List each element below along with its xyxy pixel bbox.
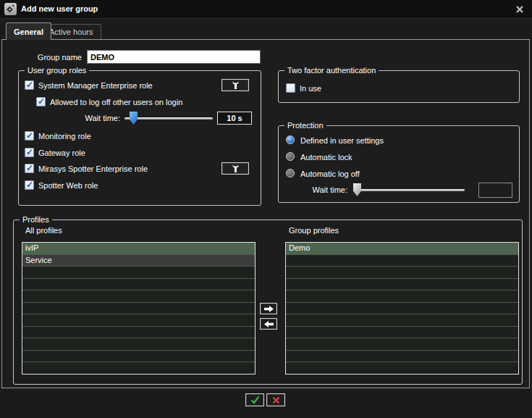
wrench-icon (232, 164, 240, 173)
dialog-title: Add new user group (21, 4, 98, 13)
all-profiles-list[interactable]: ivIP Service (22, 242, 256, 375)
mirasys-spotter-role-label: Mirasys Spotter Enterprise role (38, 164, 148, 173)
protection-auto-logoff-radio[interactable] (286, 169, 295, 177)
list-item[interactable] (286, 338, 518, 351)
roles-wait-time-slider-handle[interactable] (130, 112, 138, 125)
two-factor-legend: Two factor authentication (284, 66, 379, 75)
profiles-groupbox: Profiles All profiles ivIP Service Group… (13, 220, 523, 385)
list-item[interactable] (286, 362, 518, 375)
group-name-label: Group name (2, 53, 82, 62)
profiles-legend: Profiles (20, 215, 52, 224)
mirasys-spotter-role-checkbox[interactable] (25, 164, 34, 173)
spotter-web-role-label: Spotter Web role (38, 181, 98, 190)
two-factor-in-use-checkbox[interactable] (286, 83, 295, 93)
list-item[interactable] (286, 279, 518, 291)
title-bar: Add new user group (0, 0, 532, 19)
list-item[interactable] (22, 303, 255, 315)
list-item[interactable] (22, 351, 255, 363)
list-item[interactable]: Demo (286, 243, 518, 255)
allow-logoff-checkbox[interactable] (36, 97, 46, 106)
group-profiles-label: Group profiles (289, 226, 339, 235)
close-icon[interactable] (515, 4, 525, 14)
gateway-role-checkbox[interactable] (25, 148, 34, 157)
list-item[interactable] (22, 279, 255, 291)
remove-profile-button[interactable] (260, 318, 277, 330)
list-item[interactable] (286, 267, 518, 279)
x-icon (272, 396, 280, 404)
user-group-roles-legend: User group roles (25, 66, 89, 75)
add-user-group-dialog: Add new user group General Active hours … (0, 0, 532, 418)
roles-wait-time-value: 10 s (217, 112, 252, 125)
list-item[interactable] (286, 327, 518, 339)
protection-wait-time-value (478, 183, 512, 198)
monitoring-role-label: Monitoring role (38, 132, 91, 141)
protection-wait-time-label: Wait time: (293, 185, 347, 194)
spotter-web-role-checkbox[interactable] (25, 180, 34, 190)
protection-legend: Protection (284, 121, 326, 130)
list-item[interactable] (22, 267, 255, 279)
protection-groupbox: Protection Defined in user settings Auto… (278, 125, 520, 203)
protection-wait-time-slider-handle[interactable] (353, 183, 361, 196)
list-item[interactable] (286, 314, 518, 327)
general-tab-panel: Group name User group roles System Manag… (1, 39, 530, 388)
roles-wait-time-slider[interactable] (124, 117, 213, 120)
list-item[interactable] (286, 290, 518, 303)
list-item[interactable] (286, 351, 518, 363)
all-profiles-label: All profiles (25, 226, 62, 235)
list-item[interactable] (286, 255, 518, 267)
list-item[interactable]: ivIP (22, 243, 255, 255)
protection-auto-lock-radio[interactable] (286, 152, 295, 161)
cancel-button[interactable] (266, 393, 285, 406)
system-manager-settings-button[interactable] (221, 79, 249, 91)
list-item[interactable] (22, 290, 255, 303)
ok-button[interactable] (245, 393, 264, 406)
protection-defined-label: Defined in user settings (300, 136, 384, 145)
list-item[interactable] (22, 314, 255, 327)
gateway-role-label: Gateway role (38, 149, 85, 157)
group-name-input[interactable] (87, 50, 261, 64)
list-item[interactable] (22, 362, 255, 375)
list-item[interactable] (22, 327, 255, 339)
tab-general[interactable]: General (6, 22, 51, 40)
protection-wait-time-slider[interactable] (353, 189, 465, 191)
list-item[interactable] (286, 303, 518, 315)
arrow-right-icon (264, 306, 274, 312)
allow-logoff-label: Allowed to log off other users on login (50, 98, 182, 106)
protection-auto-logoff-label: Automatic log off (300, 170, 360, 178)
user-group-gear-icon (4, 3, 17, 15)
system-manager-role-checkbox[interactable] (25, 80, 34, 90)
add-profile-button[interactable] (260, 303, 277, 314)
mirasys-spotter-settings-button[interactable] (221, 162, 249, 175)
monitoring-role-checkbox[interactable] (25, 131, 34, 141)
protection-defined-radio[interactable] (286, 135, 295, 144)
two-factor-groupbox: Two factor authentication In use (278, 70, 520, 103)
checkmark-icon (250, 396, 260, 404)
list-item[interactable]: Service (22, 255, 255, 267)
roles-wait-time-label: Wait time: (62, 114, 120, 122)
wrench-icon (232, 81, 240, 90)
list-item[interactable] (22, 338, 255, 351)
group-profiles-list[interactable]: Demo (285, 242, 519, 375)
protection-auto-lock-label: Automatic lock (300, 153, 352, 162)
arrow-left-icon (264, 321, 274, 327)
system-manager-role-label: System Manager Enterprise role (38, 81, 153, 90)
user-group-roles-groupbox: User group roles System Manager Enterpri… (18, 70, 261, 206)
two-factor-in-use-label: In use (300, 84, 321, 93)
